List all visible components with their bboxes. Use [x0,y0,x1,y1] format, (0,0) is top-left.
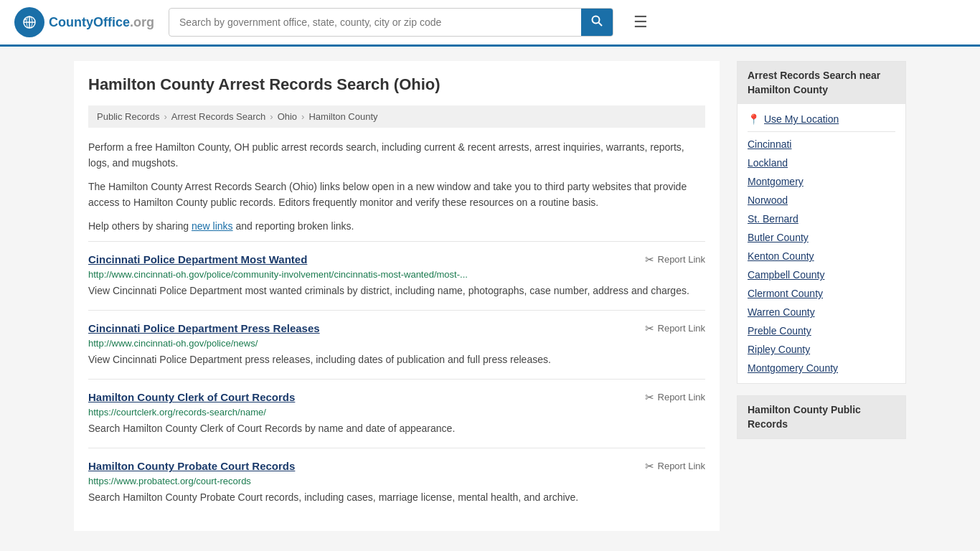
breadcrumb-sep-3: › [301,111,304,122]
svg-line-7 [599,23,603,27]
sidebar-use-location-item: 📍 Use My Location [748,110,895,128]
report-link-3[interactable]: ✂ Report Link [645,460,705,473]
result-title-2[interactable]: Hamilton County Clerk of Court Records [88,391,295,403]
result-desc-1: View Cincinnati Police Department press … [88,352,705,367]
result-url-3[interactable]: https://www.probatect.org/court-records [88,476,705,486]
sidebar-divider-1 [748,131,895,132]
sidebar-link-norwood[interactable]: Norwood [748,191,895,209]
breadcrumb: Public Records › Arrest Records Search ›… [88,105,705,128]
sidebar-link-butler-county[interactable]: Butler County [748,228,895,247]
sidebar-public-records-section: Hamilton County Public Records [737,395,906,439]
sidebar-link-ripley-county[interactable]: Ripley County [748,340,895,359]
result-title-1[interactable]: Cincinnati Police Department Press Relea… [88,322,320,334]
breadcrumb-sep-1: › [164,111,166,122]
new-links-link[interactable]: new links [192,220,233,232]
result-header-1: Cincinnati Police Department Press Relea… [88,322,705,335]
result-desc-2: Search Hamilton County Clerk of Court Re… [88,421,705,436]
sidebar-link-montgomery-county[interactable]: Montgomery County [748,359,895,377]
logo-icon [14,7,44,37]
result-url-2[interactable]: https://courtclerk.org/records-search/na… [88,407,705,418]
description-para2: The Hamilton County Arrest Records Searc… [88,179,705,211]
sidebar-link-montgomery[interactable]: Montgomery [748,172,895,191]
report-link-1[interactable]: ✂ Report Link [645,322,705,335]
results-list: Cincinnati Police Department Most Wanted… [88,241,705,517]
sidebar-nearby-section: Arrest Records Search near Hamilton Coun… [737,61,906,384]
location-pin-icon: 📍 [748,113,760,125]
report-icon-1: ✂ [645,322,654,335]
svg-point-6 [593,17,600,24]
report-icon-3: ✂ [645,460,654,473]
breadcrumb-hamilton-county[interactable]: Hamilton County [308,111,377,122]
search-bar [169,8,613,37]
breadcrumb-ohio[interactable]: Ohio [278,111,297,122]
sidebar-link-warren-county[interactable]: Warren County [748,303,895,321]
result-desc-0: View Cincinnati Police Department most w… [88,283,705,298]
sidebar-link-kenton-county[interactable]: Kenton County [748,247,895,265]
main-wrapper: Hamilton County Arrest Records Search (O… [60,47,920,545]
result-url-1[interactable]: http://www.cincinnati-oh.gov/police/news… [88,338,705,349]
content-area: Hamilton County Arrest Records Search (O… [74,61,720,531]
result-header-2: Hamilton County Clerk of Court Records ✂… [88,391,705,404]
result-title-0[interactable]: Cincinnati Police Department Most Wanted [88,253,307,265]
site-header: CountyOffice.org ☰ [0,0,980,47]
breadcrumb-arrest-records[interactable]: Arrest Records Search [171,111,266,122]
sidebar-link-st-bernard[interactable]: St. Bernard [748,209,895,228]
sidebar-link-cincinnati[interactable]: Cincinnati [748,135,895,154]
search-input[interactable] [169,10,581,34]
description-para3: Help others by sharing new links and rep… [88,218,705,234]
sidebar-nearby-body: 📍 Use My Location Cincinnati Lockland Mo… [738,104,905,383]
result-header-3: Hamilton County Probate Court Records ✂ … [88,460,705,473]
breadcrumb-public-records[interactable]: Public Records [97,111,159,122]
report-link-0[interactable]: ✂ Report Link [645,253,705,266]
logo-text: CountyOffice.org [49,15,154,30]
sidebar-link-lockland[interactable]: Lockland [748,154,895,172]
result-item-3: Hamilton County Probate Court Records ✂ … [88,448,705,517]
sidebar-link-preble-county[interactable]: Preble County [748,321,895,340]
svg-point-5 [24,19,27,21]
sidebar: Arrest Records Search near Hamilton Coun… [737,61,906,531]
result-header-0: Cincinnati Police Department Most Wanted… [88,253,705,266]
result-item-1: Cincinnati Police Department Press Relea… [88,310,705,379]
description-para1: Perform a free Hamilton County, OH publi… [88,139,705,171]
result-item-2: Hamilton County Clerk of Court Records ✂… [88,379,705,448]
report-link-2[interactable]: ✂ Report Link [645,391,705,404]
hamburger-menu-button[interactable]: ☰ [628,10,654,34]
sidebar-link-clermont-county[interactable]: Clermont County [748,284,895,303]
logo-link[interactable]: CountyOffice.org [14,7,154,37]
result-url-0[interactable]: http://www.cincinnati-oh.gov/police/comm… [88,269,705,280]
result-item-0: Cincinnati Police Department Most Wanted… [88,241,705,310]
sidebar-link-campbell-county[interactable]: Campbell County [748,265,895,284]
page-title: Hamilton County Arrest Records Search (O… [88,75,705,94]
result-title-3[interactable]: Hamilton County Probate Court Records [88,460,295,472]
search-button[interactable] [581,9,613,36]
report-icon-2: ✂ [645,391,654,404]
use-my-location-link[interactable]: Use My Location [764,113,839,125]
sidebar-public-records-header: Hamilton County Public Records [738,396,905,438]
sidebar-nearby-header: Arrest Records Search near Hamilton Coun… [738,62,905,104]
result-desc-3: Search Hamilton County Probate Court rec… [88,490,705,505]
breadcrumb-sep-2: › [270,111,273,122]
report-icon-0: ✂ [645,253,654,266]
